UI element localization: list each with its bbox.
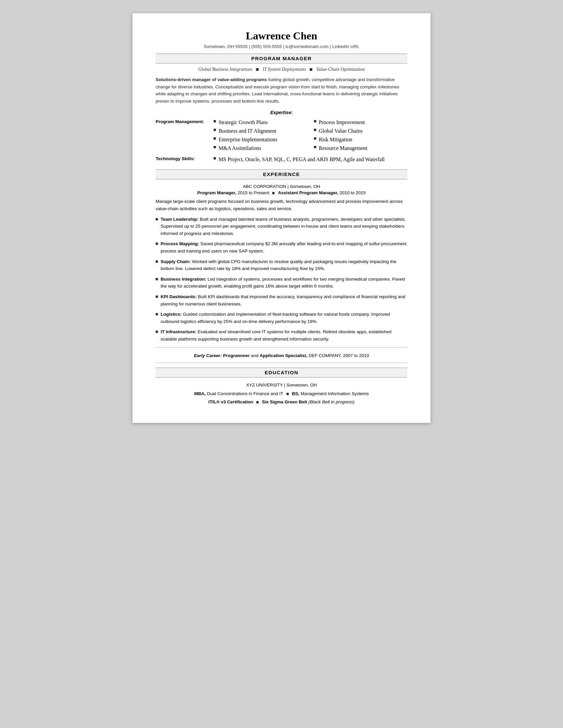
early-career-bold-label: Early Career:: [194, 353, 222, 358]
bullet-label: Logistics:: [161, 312, 182, 317]
bullet-icon: [156, 260, 158, 263]
contact-info: Sometown, OH 55555 | (555) 555-5555 | lc…: [156, 44, 407, 49]
item-text: M&A Assimilations: [218, 144, 261, 152]
item-text: Strategic Growth Plans: [218, 118, 267, 126]
bullet-icon: [156, 278, 158, 280]
expertise-title: Expertise:: [156, 110, 407, 115]
list-item: MS Project, Oracle, SAP, SQL, C, PEGA an…: [213, 156, 407, 163]
list-item: M&A Assimilations: [213, 144, 307, 152]
bullet-content: Business Integration: Led integration of…: [161, 276, 407, 290]
early-career-text1: Programmer and Application Specialist, D…: [223, 353, 369, 358]
bullet-icon: [314, 137, 316, 140]
bullet-content: Supply Chain: Worked with global CPG man…: [161, 258, 407, 272]
list-item: Process Improvement: [314, 118, 408, 126]
subtitle-part2: IT System Deployments: [262, 67, 306, 72]
technology-skills-list: MS Project, Oracle, SAP, SQL, C, PEGA an…: [213, 156, 407, 163]
expertise-program-management-row: Program Management: Strategic Growth Pla…: [156, 118, 407, 153]
list-item: Global Value Chains: [314, 127, 408, 135]
expertise-col-right: Process Improvement Global Value Chains …: [314, 118, 408, 153]
experience-bullets: Team Leadership: Built and managed talen…: [156, 216, 407, 343]
mba-description: Dual Concentrations in Finance and IT: [207, 391, 285, 396]
experience-section: ABC CORPORATION | Sometown, OH Program M…: [156, 184, 407, 359]
early-career-label: Early Career:: [194, 353, 222, 358]
experience-title-bar: Experience: [156, 169, 407, 179]
experience-title: Experience: [263, 171, 300, 177]
degree-bullet: [287, 393, 289, 395]
bullet-icon: [213, 120, 216, 122]
bullet-content: KPI Dashboards: Built KPI dashboards tha…: [161, 293, 407, 307]
bullet-icon: [156, 313, 158, 315]
role-line: Program Manager, 2015 to Present Assista…: [156, 190, 407, 195]
bullet-label: Team Leadership:: [161, 217, 199, 222]
role-text2: 2010 to 2015: [340, 190, 366, 195]
item-text: Business and IT Alignment: [218, 127, 276, 135]
itil-cert: ITIL® v3 Certification: [208, 399, 253, 404]
company-name: ABC CORPORATION | Sometown, OH: [156, 184, 407, 189]
summary-bold: Solutions-driven manager of value-adding…: [156, 77, 267, 82]
item-text: Global Value Chains: [319, 127, 363, 135]
item-text: Resource Management: [319, 144, 368, 152]
summary-text: Solutions-driven manager of value-adding…: [156, 76, 407, 105]
bullet-label: IT Infrastructure:: [161, 329, 196, 334]
role-bullet: [272, 192, 274, 194]
list-item: Risk Mitigation: [314, 136, 408, 144]
bullet-process-mapping: Process Mapping: Saved pharmaceutical co…: [156, 240, 407, 254]
bs-label: BS,: [292, 391, 300, 396]
bullet-it-infrastructure: IT Infrastructure: Evaluated and streaml…: [156, 328, 407, 342]
item-text: Process Improvement: [319, 118, 365, 126]
bullet-text: Built KPI dashboards that improved the a…: [161, 294, 405, 306]
education-section: XYZ UNIVERSITY | Sometown, OH MBA, Dual …: [156, 381, 407, 406]
early-career: Early Career: Programmer and Application…: [156, 352, 407, 359]
bullet-text: Worked with global CPG manufacturer to r…: [161, 259, 397, 271]
technology-skills-content: MS Project, Oracle, SAP, SQL, C, PEGA an…: [213, 156, 407, 164]
cert-bullet: [256, 401, 258, 403]
role-text1: 2015 to Present: [237, 190, 270, 195]
technology-skills-label: Technology Skills:: [156, 156, 213, 161]
bullet-content: Team Leadership: Built and managed talen…: [161, 216, 407, 237]
bullet-label: KPI Dashboards:: [161, 294, 197, 299]
bullet-supply-chain: Supply Chain: Worked with global CPG man…: [156, 258, 407, 272]
bullet-label: Business Integration:: [161, 277, 206, 282]
bullet-icon: [156, 296, 158, 298]
bullet-separator: [256, 68, 258, 71]
degree-line: MBA, Dual Concentrations in Finance and …: [156, 389, 407, 398]
item-text: Enterprise Implementations: [218, 136, 277, 144]
bullet-icon: [213, 146, 216, 148]
bullet-label: Process Mapping:: [161, 241, 199, 246]
list-item: Enterprise Implementations: [213, 136, 307, 144]
education-title: Education: [264, 370, 299, 375]
bullet-icon: [213, 129, 216, 131]
certification-line: ITIL® v3 Certification Six Sigma Green B…: [156, 398, 407, 406]
education-title-bar: Education: [156, 368, 407, 378]
section-divider: [156, 363, 407, 363]
expertise-list-left: Strategic Growth Plans Business and IT A…: [213, 118, 307, 152]
item-text: Risk Mitigation: [319, 136, 352, 144]
candidate-name: Lawrence Chen: [156, 30, 407, 42]
bullet-icon: [156, 243, 158, 245]
list-item: Resource Management: [314, 144, 408, 152]
program-management-label: Program Management:: [156, 118, 213, 124]
bullet-icon: [314, 129, 316, 131]
bullet-icon: [156, 331, 158, 333]
bullet-content: Process Mapping: Saved pharmaceutical co…: [161, 240, 407, 254]
bullet-text: Guided customization and implementation …: [161, 312, 390, 324]
subtitle-part3: Value-Chain Optimization: [316, 67, 365, 72]
bullet-icon: [314, 120, 316, 122]
subtitle-part1: Global Business Integrations: [198, 67, 252, 72]
bs-description: Management Information Systems: [301, 391, 369, 396]
bullet-label: Supply Chain:: [161, 259, 191, 264]
bullet-logistics: Logistics: Guided customization and impl…: [156, 311, 407, 325]
list-item: Strategic Growth Plans: [213, 118, 307, 126]
resume-page: Lawrence Chen Sometown, OH 55555 | (555)…: [132, 13, 431, 423]
expertise-technology-row: Technology Skills: MS Project, Oracle, S…: [156, 156, 407, 164]
bullet-icon: [156, 218, 158, 220]
bullet-icon: [314, 146, 316, 148]
bullet-separator-2: [310, 68, 312, 71]
divider: [156, 347, 407, 347]
header: Lawrence Chen Sometown, OH 55555 | (555)…: [156, 30, 407, 49]
bullet-team-leadership: Team Leadership: Built and managed talen…: [156, 216, 407, 237]
list-item: Business and IT Alignment: [213, 127, 307, 135]
expertise-section: Expertise: Program Management: Strategic…: [156, 110, 407, 164]
university-name: XYZ UNIVERSITY | Sometown, OH: [156, 381, 407, 389]
bullet-content: Logistics: Guided customization and impl…: [161, 311, 407, 325]
